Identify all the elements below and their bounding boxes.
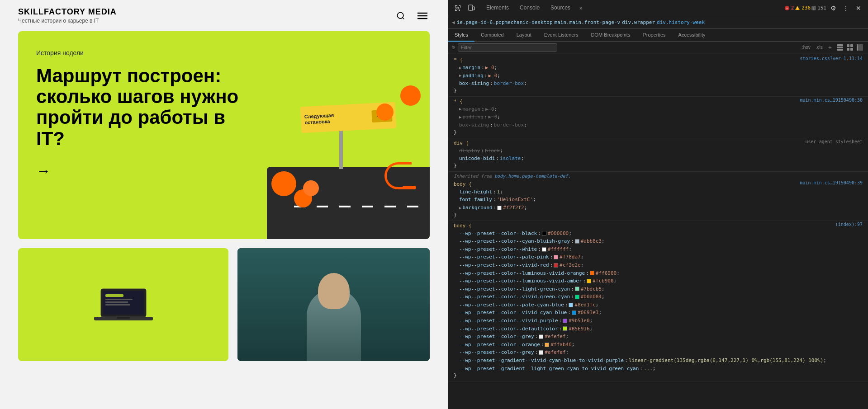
- styles-subtabs: Styles Computed Layout Event Listeners D…: [448, 29, 868, 42]
- svg-rect-29: [850, 48, 853, 51]
- css-content-area[interactable]: stories.css?ver=1.11:14 * { ▶ margin: ▶ …: [448, 53, 868, 409]
- tab-elements[interactable]: Elements: [481, 2, 514, 14]
- color-swatch-bg[interactable]: [497, 206, 502, 210]
- svg-rect-26: [847, 44, 849, 47]
- add-style-button[interactable]: +: [826, 44, 834, 51]
- subtab-properties[interactable]: Properties: [636, 29, 672, 42]
- menu-button[interactable]: [415, 9, 430, 23]
- subtab-computed[interactable]: Computed: [474, 29, 510, 42]
- expand-arrow[interactable]: ▶: [459, 114, 461, 120]
- bottom-card-right: [237, 248, 430, 361]
- css-var-vivid-red: --wp--preset--color--vivid-red: #cf2e2e;: [448, 261, 868, 269]
- swatch-white[interactable]: [542, 247, 546, 252]
- swatch-pale-pink[interactable]: [554, 255, 558, 259]
- css-source-2[interactable]: user agent stylesheet: [806, 139, 863, 144]
- swatch-black[interactable]: [542, 231, 546, 235]
- css-source-1[interactable]: main.min.cs…19150490:30: [800, 98, 863, 103]
- more-options-button[interactable]: ⋮: [840, 2, 852, 14]
- css-source-0[interactable]: stories.css?ver=1.11:14: [800, 56, 863, 61]
- view-grid-button[interactable]: [845, 43, 854, 52]
- css-rule-0-2: box-sizing: border-box;: [448, 80, 868, 88]
- svg-rect-27: [850, 44, 853, 47]
- inherited-label: Inherited from body.home.page-template-d…: [448, 172, 868, 179]
- breadcrumb: ◀ ie.page-id-6.popmechanic-desktop main.…: [448, 16, 868, 29]
- expand-arrow[interactable]: ▶: [459, 205, 461, 211]
- inherited-source-link[interactable]: body.home.page-template-def.: [494, 174, 571, 179]
- subtab-dom-breakpoints[interactable]: DOM Breakpoints: [585, 29, 637, 42]
- svg-rect-31: [859, 44, 863, 51]
- swatch-vivid-cyan-blue[interactable]: [572, 310, 576, 315]
- tab-more-button[interactable]: »: [576, 2, 586, 14]
- svg-rect-28: [847, 48, 849, 51]
- svg-rect-24: [837, 47, 843, 48]
- devtools-right-icons: ✕ 2 ! 236 i 151 ⚙ ⋮ ✕: [784, 2, 864, 14]
- hero-card: История недели Маршрут построен: сколько…: [18, 31, 430, 239]
- person-silhouette: [307, 289, 361, 361]
- swatch-vivid-purple[interactable]: [563, 319, 567, 323]
- swatch-cyan-bluish[interactable]: [575, 239, 579, 244]
- css-block-2: user agent stylesheet div { display: blo…: [448, 138, 868, 172]
- swatch-orange[interactable]: [545, 343, 549, 347]
- view-sidebar-button[interactable]: [855, 43, 864, 52]
- css-var-vivid-cyan-blue-to-vivid-purple: --wp--preset--gradient--vivid-cyan-blue-…: [448, 357, 868, 365]
- css-selector-4: body {: [448, 222, 868, 230]
- swatch-luminous-amber[interactable]: [587, 279, 591, 283]
- settings-button[interactable]: ⚙: [827, 2, 839, 14]
- subtab-styles[interactable]: Styles: [448, 29, 474, 42]
- svg-rect-13: [457, 7, 459, 9]
- close-devtools-button[interactable]: ✕: [853, 2, 864, 14]
- bottom-cards: [18, 248, 430, 361]
- css-var-grey: --wp--preset--color--grey: #efefef;: [448, 333, 868, 341]
- subtab-accessibility[interactable]: Accessibility: [672, 29, 712, 42]
- svg-text:!: !: [797, 7, 798, 10]
- css-source-4[interactable]: (index):97: [835, 222, 863, 227]
- info-icon: i: [811, 6, 816, 10]
- filter-input[interactable]: [458, 43, 557, 52]
- css-block-1: main.min.cs…19150490:30 * { ▶ margin: ▶ …: [448, 97, 868, 138]
- breadcrumb-back-arrow[interactable]: ◀: [452, 19, 455, 25]
- inspect-element-button[interactable]: [452, 2, 464, 14]
- error-badge: ✕ 2: [784, 5, 794, 11]
- expand-arrow[interactable]: ▶: [459, 106, 461, 112]
- cls-filter-button[interactable]: .cls: [814, 44, 825, 50]
- hov-filter-button[interactable]: :hov: [800, 44, 812, 50]
- tab-sources[interactable]: Sources: [545, 2, 576, 14]
- svg-text:✕: ✕: [786, 6, 788, 10]
- person-photo: [237, 248, 430, 361]
- hero-arrow: →: [36, 163, 51, 179]
- css-var-vivid-green-cyan: --wp--preset--color--vivid-green-cyan: #…: [448, 293, 868, 301]
- swatch-pale-cyan-blue[interactable]: [569, 303, 573, 307]
- breadcrumb-item-3[interactable]: div.history-week: [657, 19, 705, 25]
- search-button[interactable]: [394, 9, 408, 23]
- swatch-vivid-red[interactable]: [554, 263, 558, 268]
- svg-rect-30: [857, 44, 859, 51]
- swatch-grey2[interactable]: [539, 350, 543, 355]
- svg-rect-15: [473, 7, 474, 10]
- breadcrumb-item-1[interactable]: main.main.front-page-v: [555, 19, 621, 25]
- swatch-grey[interactable]: [539, 334, 543, 339]
- css-block-3: main.min.cs…19150490:39 body { line-heig…: [448, 179, 868, 221]
- swatch-defaultcolor[interactable]: [563, 326, 567, 331]
- breadcrumb-item-2[interactable]: div.wrapper: [622, 19, 655, 25]
- swatch-light-green-cyan[interactable]: [575, 287, 579, 291]
- site-logo: SKILLFACTORY MEDIA: [18, 7, 117, 17]
- css-source-3[interactable]: main.min.cs…19150490:39: [800, 180, 863, 185]
- expand-arrow[interactable]: ▶: [459, 65, 461, 71]
- subtab-layout[interactable]: Layout: [510, 29, 538, 42]
- tab-console[interactable]: Console: [514, 2, 545, 14]
- css-rule-1-1: ▶ padding: ▶ 0;: [448, 113, 868, 121]
- svg-text:i: i: [813, 6, 815, 10]
- logo-block: SKILLFACTORY MEDIA Честные истории о кар…: [18, 7, 117, 24]
- expand-arrow[interactable]: ▶: [459, 72, 461, 79]
- subtab-event-listeners[interactable]: Event Listeners: [538, 29, 585, 42]
- device-toolbar-button[interactable]: [465, 2, 477, 14]
- swatch-luminous-orange[interactable]: [590, 271, 594, 275]
- css-rule-3-2: ▶ background: #f2f2f2;: [448, 204, 868, 212]
- css-var-black: --wp--preset--color--black: #000000;: [448, 230, 868, 238]
- swatch-vivid-green-cyan[interactable]: [575, 295, 579, 299]
- breadcrumb-item-0[interactable]: ie.page-id-6.popmechanic-desktop: [457, 19, 553, 25]
- css-block-4: (index):97 body { --wp--preset--color--b…: [448, 221, 868, 382]
- css-var-orange: --wp--preset--color--orange: #ffab40;: [448, 341, 868, 349]
- svg-rect-7: [105, 294, 123, 297]
- view-list-button[interactable]: [835, 43, 844, 52]
